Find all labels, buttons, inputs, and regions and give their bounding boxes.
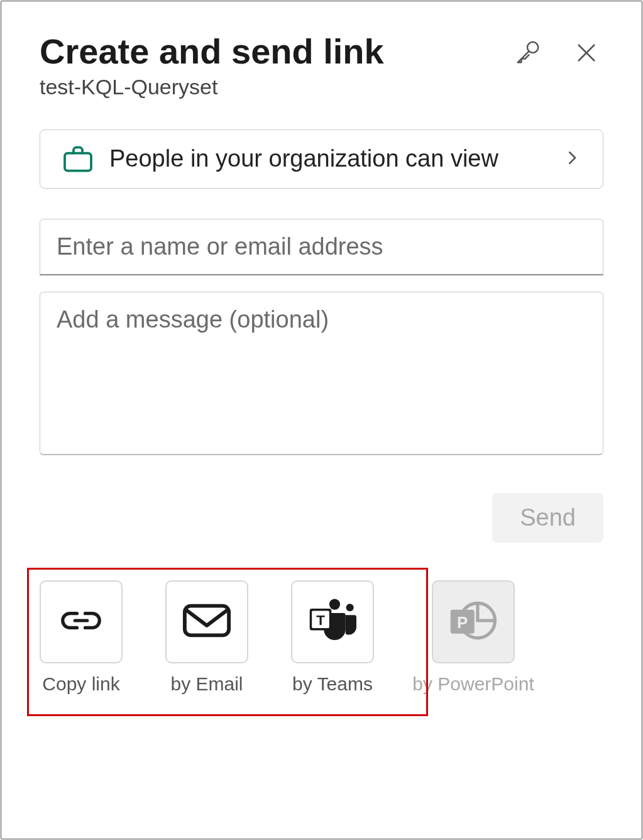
briefcase-icon xyxy=(58,141,98,177)
dialog-header: Create and send link test-KQL-Queryset xyxy=(40,32,603,99)
dialog-subtitle: test-KQL-Queryset xyxy=(40,75,513,99)
svg-point-6 xyxy=(346,604,354,611)
svg-rect-4 xyxy=(185,605,229,635)
share-teams-button[interactable]: T xyxy=(291,580,374,663)
recipient-input[interactable] xyxy=(40,219,603,275)
title-block: Create and send link test-KQL-Queryset xyxy=(40,32,513,99)
share-email-label: by Email xyxy=(170,673,243,695)
send-button[interactable]: Send xyxy=(492,493,603,543)
svg-rect-3 xyxy=(65,153,91,170)
svg-point-5 xyxy=(329,599,340,609)
message-textarea[interactable] xyxy=(40,292,603,455)
copy-link-label: Copy link xyxy=(42,673,119,695)
link-icon xyxy=(57,608,106,636)
share-option-teams: T by Teams xyxy=(291,580,374,695)
copy-link-button[interactable] xyxy=(40,580,123,663)
close-icon xyxy=(573,40,600,66)
share-teams-label: by Teams xyxy=(292,673,373,695)
powerpoint-icon: P xyxy=(447,597,500,647)
share-powerpoint-label: by PowerPoint xyxy=(412,673,534,695)
share-options-row: Copy link by Email xyxy=(40,580,603,695)
send-row: Send xyxy=(40,493,603,543)
permissions-key-button[interactable] xyxy=(513,38,542,67)
chevron-right-icon xyxy=(563,148,585,170)
share-option-email: by Email xyxy=(165,580,248,695)
svg-text:P: P xyxy=(457,614,468,631)
permission-text: People in your organization can view xyxy=(98,143,563,175)
share-email-button[interactable] xyxy=(165,580,248,663)
teams-icon: T xyxy=(306,597,359,647)
key-icon xyxy=(513,38,542,67)
envelope-icon xyxy=(182,603,231,641)
share-option-copy-link: Copy link xyxy=(40,580,123,695)
share-powerpoint-button[interactable]: P xyxy=(432,580,515,663)
close-button[interactable] xyxy=(573,40,600,66)
header-icons xyxy=(513,32,603,67)
svg-text:T: T xyxy=(316,612,325,628)
share-option-powerpoint: P by PowerPoint xyxy=(432,580,515,695)
dialog-title: Create and send link xyxy=(40,32,513,71)
share-dialog: Create and send link test-KQL-Queryset xyxy=(0,0,643,840)
permission-settings-row[interactable]: People in your organization can view xyxy=(40,130,603,189)
